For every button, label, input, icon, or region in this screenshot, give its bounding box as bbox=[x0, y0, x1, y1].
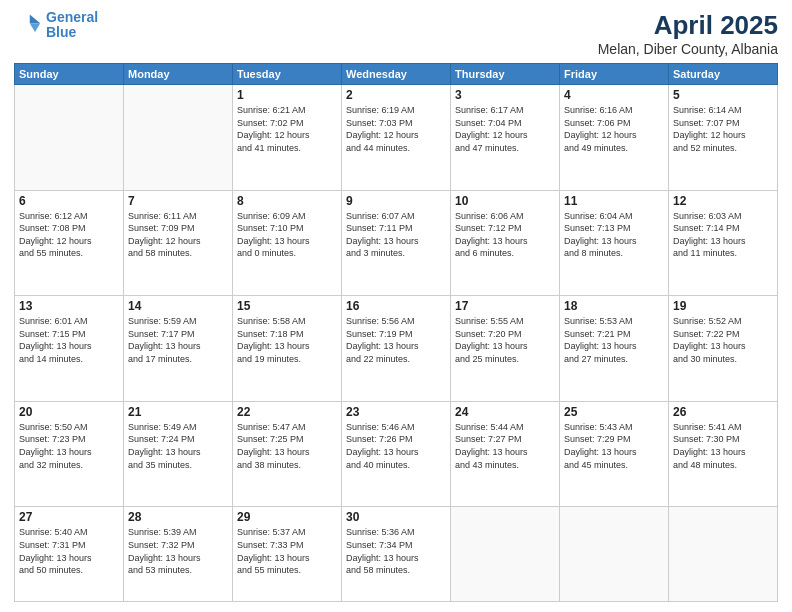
day-info: Sunrise: 5:49 AM Sunset: 7:24 PM Dayligh… bbox=[128, 421, 228, 471]
day-number: 17 bbox=[455, 299, 555, 313]
table-row: 15Sunrise: 5:58 AM Sunset: 7:18 PM Dayli… bbox=[233, 296, 342, 402]
day-info: Sunrise: 6:11 AM Sunset: 7:09 PM Dayligh… bbox=[128, 210, 228, 260]
day-info: Sunrise: 6:14 AM Sunset: 7:07 PM Dayligh… bbox=[673, 104, 773, 154]
logo-general: General bbox=[46, 9, 98, 25]
table-row bbox=[451, 507, 560, 602]
table-row bbox=[15, 85, 124, 191]
table-row bbox=[669, 507, 778, 602]
day-number: 9 bbox=[346, 194, 446, 208]
day-info: Sunrise: 5:59 AM Sunset: 7:17 PM Dayligh… bbox=[128, 315, 228, 365]
table-row: 6Sunrise: 6:12 AM Sunset: 7:08 PM Daylig… bbox=[15, 190, 124, 296]
day-info: Sunrise: 5:55 AM Sunset: 7:20 PM Dayligh… bbox=[455, 315, 555, 365]
table-row: 10Sunrise: 6:06 AM Sunset: 7:12 PM Dayli… bbox=[451, 190, 560, 296]
svg-marker-0 bbox=[30, 15, 41, 24]
table-row: 29Sunrise: 5:37 AM Sunset: 7:33 PM Dayli… bbox=[233, 507, 342, 602]
table-row: 14Sunrise: 5:59 AM Sunset: 7:17 PM Dayli… bbox=[124, 296, 233, 402]
logo-icon bbox=[14, 11, 42, 39]
calendar-header-row: Sunday Monday Tuesday Wednesday Thursday… bbox=[15, 64, 778, 85]
day-info: Sunrise: 5:37 AM Sunset: 7:33 PM Dayligh… bbox=[237, 526, 337, 576]
day-info: Sunrise: 6:21 AM Sunset: 7:02 PM Dayligh… bbox=[237, 104, 337, 154]
day-info: Sunrise: 6:12 AM Sunset: 7:08 PM Dayligh… bbox=[19, 210, 119, 260]
day-number: 15 bbox=[237, 299, 337, 313]
table-row: 27Sunrise: 5:40 AM Sunset: 7:31 PM Dayli… bbox=[15, 507, 124, 602]
day-number: 16 bbox=[346, 299, 446, 313]
day-number: 28 bbox=[128, 510, 228, 524]
day-number: 13 bbox=[19, 299, 119, 313]
day-info: Sunrise: 6:01 AM Sunset: 7:15 PM Dayligh… bbox=[19, 315, 119, 365]
day-info: Sunrise: 6:09 AM Sunset: 7:10 PM Dayligh… bbox=[237, 210, 337, 260]
col-saturday: Saturday bbox=[669, 64, 778, 85]
day-number: 18 bbox=[564, 299, 664, 313]
day-number: 22 bbox=[237, 405, 337, 419]
day-info: Sunrise: 5:44 AM Sunset: 7:27 PM Dayligh… bbox=[455, 421, 555, 471]
location-title: Melan, Diber County, Albania bbox=[598, 41, 778, 57]
day-info: Sunrise: 5:50 AM Sunset: 7:23 PM Dayligh… bbox=[19, 421, 119, 471]
day-number: 14 bbox=[128, 299, 228, 313]
day-info: Sunrise: 5:41 AM Sunset: 7:30 PM Dayligh… bbox=[673, 421, 773, 471]
day-number: 27 bbox=[19, 510, 119, 524]
table-row: 22Sunrise: 5:47 AM Sunset: 7:25 PM Dayli… bbox=[233, 401, 342, 507]
day-info: Sunrise: 5:56 AM Sunset: 7:19 PM Dayligh… bbox=[346, 315, 446, 365]
table-row: 4Sunrise: 6:16 AM Sunset: 7:06 PM Daylig… bbox=[560, 85, 669, 191]
table-row: 24Sunrise: 5:44 AM Sunset: 7:27 PM Dayli… bbox=[451, 401, 560, 507]
day-number: 12 bbox=[673, 194, 773, 208]
table-row: 3Sunrise: 6:17 AM Sunset: 7:04 PM Daylig… bbox=[451, 85, 560, 191]
day-number: 4 bbox=[564, 88, 664, 102]
logo: General Blue bbox=[14, 10, 98, 41]
day-info: Sunrise: 5:40 AM Sunset: 7:31 PM Dayligh… bbox=[19, 526, 119, 576]
day-number: 1 bbox=[237, 88, 337, 102]
day-info: Sunrise: 6:07 AM Sunset: 7:11 PM Dayligh… bbox=[346, 210, 446, 260]
day-number: 29 bbox=[237, 510, 337, 524]
page: General Blue April 2025 Melan, Diber Cou… bbox=[0, 0, 792, 612]
table-row: 18Sunrise: 5:53 AM Sunset: 7:21 PM Dayli… bbox=[560, 296, 669, 402]
day-number: 23 bbox=[346, 405, 446, 419]
table-row bbox=[124, 85, 233, 191]
day-info: Sunrise: 5:43 AM Sunset: 7:29 PM Dayligh… bbox=[564, 421, 664, 471]
day-info: Sunrise: 6:17 AM Sunset: 7:04 PM Dayligh… bbox=[455, 104, 555, 154]
table-row: 23Sunrise: 5:46 AM Sunset: 7:26 PM Dayli… bbox=[342, 401, 451, 507]
col-thursday: Thursday bbox=[451, 64, 560, 85]
day-number: 30 bbox=[346, 510, 446, 524]
header: General Blue April 2025 Melan, Diber Cou… bbox=[14, 10, 778, 57]
table-row: 1Sunrise: 6:21 AM Sunset: 7:02 PM Daylig… bbox=[233, 85, 342, 191]
day-number: 10 bbox=[455, 194, 555, 208]
table-row: 17Sunrise: 5:55 AM Sunset: 7:20 PM Dayli… bbox=[451, 296, 560, 402]
calendar-table: Sunday Monday Tuesday Wednesday Thursday… bbox=[14, 63, 778, 602]
table-row: 16Sunrise: 5:56 AM Sunset: 7:19 PM Dayli… bbox=[342, 296, 451, 402]
day-info: Sunrise: 5:46 AM Sunset: 7:26 PM Dayligh… bbox=[346, 421, 446, 471]
svg-marker-1 bbox=[30, 24, 41, 33]
table-row: 30Sunrise: 5:36 AM Sunset: 7:34 PM Dayli… bbox=[342, 507, 451, 602]
logo-blue: Blue bbox=[46, 24, 76, 40]
day-info: Sunrise: 6:19 AM Sunset: 7:03 PM Dayligh… bbox=[346, 104, 446, 154]
day-info: Sunrise: 5:58 AM Sunset: 7:18 PM Dayligh… bbox=[237, 315, 337, 365]
table-row: 20Sunrise: 5:50 AM Sunset: 7:23 PM Dayli… bbox=[15, 401, 124, 507]
day-info: Sunrise: 5:47 AM Sunset: 7:25 PM Dayligh… bbox=[237, 421, 337, 471]
table-row: 12Sunrise: 6:03 AM Sunset: 7:14 PM Dayli… bbox=[669, 190, 778, 296]
table-row: 28Sunrise: 5:39 AM Sunset: 7:32 PM Dayli… bbox=[124, 507, 233, 602]
col-wednesday: Wednesday bbox=[342, 64, 451, 85]
day-info: Sunrise: 6:04 AM Sunset: 7:13 PM Dayligh… bbox=[564, 210, 664, 260]
table-row: 13Sunrise: 6:01 AM Sunset: 7:15 PM Dayli… bbox=[15, 296, 124, 402]
table-row: 8Sunrise: 6:09 AM Sunset: 7:10 PM Daylig… bbox=[233, 190, 342, 296]
day-number: 3 bbox=[455, 88, 555, 102]
day-number: 8 bbox=[237, 194, 337, 208]
day-info: Sunrise: 5:52 AM Sunset: 7:22 PM Dayligh… bbox=[673, 315, 773, 365]
title-block: April 2025 Melan, Diber County, Albania bbox=[598, 10, 778, 57]
day-info: Sunrise: 5:39 AM Sunset: 7:32 PM Dayligh… bbox=[128, 526, 228, 576]
table-row: 5Sunrise: 6:14 AM Sunset: 7:07 PM Daylig… bbox=[669, 85, 778, 191]
day-number: 5 bbox=[673, 88, 773, 102]
table-row: 7Sunrise: 6:11 AM Sunset: 7:09 PM Daylig… bbox=[124, 190, 233, 296]
col-monday: Monday bbox=[124, 64, 233, 85]
table-row: 9Sunrise: 6:07 AM Sunset: 7:11 PM Daylig… bbox=[342, 190, 451, 296]
col-friday: Friday bbox=[560, 64, 669, 85]
table-row: 11Sunrise: 6:04 AM Sunset: 7:13 PM Dayli… bbox=[560, 190, 669, 296]
day-info: Sunrise: 6:16 AM Sunset: 7:06 PM Dayligh… bbox=[564, 104, 664, 154]
day-number: 11 bbox=[564, 194, 664, 208]
table-row: 26Sunrise: 5:41 AM Sunset: 7:30 PM Dayli… bbox=[669, 401, 778, 507]
day-number: 25 bbox=[564, 405, 664, 419]
day-number: 21 bbox=[128, 405, 228, 419]
day-info: Sunrise: 5:36 AM Sunset: 7:34 PM Dayligh… bbox=[346, 526, 446, 576]
day-number: 24 bbox=[455, 405, 555, 419]
table-row: 25Sunrise: 5:43 AM Sunset: 7:29 PM Dayli… bbox=[560, 401, 669, 507]
table-row bbox=[560, 507, 669, 602]
